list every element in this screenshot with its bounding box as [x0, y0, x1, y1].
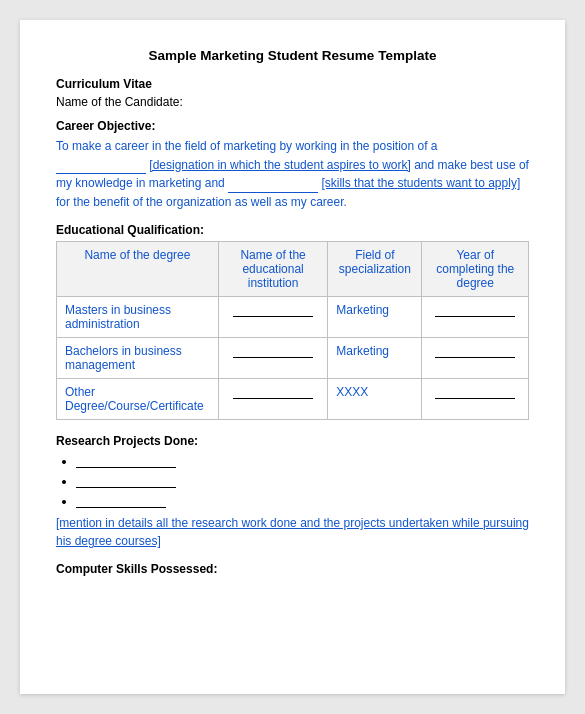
- table-row: Other Degree/Course/Certificate XXXX: [57, 379, 529, 420]
- row3-degree: Other Degree/Course/Certificate: [57, 379, 219, 420]
- research-note: [mention in details all the research wor…: [56, 514, 529, 550]
- edu-qual-label: Educational Qualification:: [56, 223, 529, 237]
- computer-skills-label: Computer Skills Possessed:: [56, 562, 529, 576]
- row3-field: XXXX: [328, 379, 422, 420]
- col-degree: Name of the degree: [57, 242, 219, 297]
- row1-degree: Masters in business administration: [57, 297, 219, 338]
- resume-page: Sample Marketing Student Resume Template…: [20, 20, 565, 694]
- row3-year: [422, 379, 529, 420]
- research-list: [76, 454, 529, 508]
- row3-institution: [218, 379, 327, 420]
- candidate-label: Name of the Candidate:: [56, 95, 183, 109]
- list-item: [76, 454, 529, 468]
- row1-institution: [218, 297, 327, 338]
- col-year: Year of completing the degree: [422, 242, 529, 297]
- row2-institution: [218, 338, 327, 379]
- candidate-field: Name of the Candidate:: [56, 95, 529, 109]
- table-row: Bachelors in business management Marketi…: [57, 338, 529, 379]
- blank-skills: [228, 183, 318, 193]
- career-objective-text: To make a career in the field of marketi…: [56, 137, 529, 211]
- table-row: Masters in business administration Marke…: [57, 297, 529, 338]
- row2-degree: Bachelors in business management: [57, 338, 219, 379]
- list-item: [76, 494, 529, 508]
- list-item: [76, 474, 529, 488]
- row1-year: [422, 297, 529, 338]
- row1-field: Marketing: [328, 297, 422, 338]
- education-table: Name of the degree Name of the education…: [56, 241, 529, 420]
- career-objective-label: Career Objective:: [56, 119, 529, 133]
- col-institution: Name of the educational institution: [218, 242, 327, 297]
- curriculum-vitae-label: Curriculum Vitae: [56, 77, 529, 91]
- computer-skills-section: Computer Skills Possessed:: [56, 562, 529, 576]
- col-field: Field of specialization: [328, 242, 422, 297]
- row2-year: [422, 338, 529, 379]
- research-label: Research Projects Done:: [56, 434, 529, 448]
- research-section: Research Projects Done: [mention in deta…: [56, 434, 529, 550]
- blank-designation: [56, 164, 146, 174]
- page-title: Sample Marketing Student Resume Template: [56, 48, 529, 63]
- row2-field: Marketing: [328, 338, 422, 379]
